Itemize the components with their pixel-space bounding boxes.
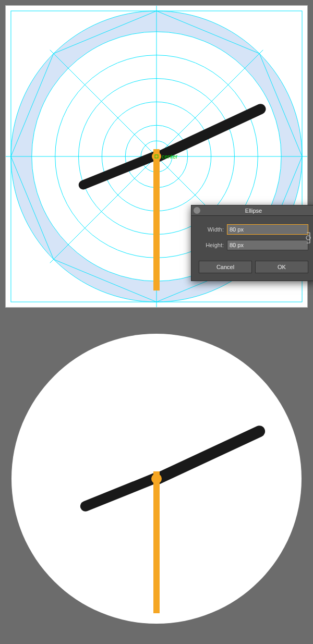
result-center-hub <box>151 473 162 484</box>
height-label: Height: <box>199 242 224 248</box>
result-preview <box>11 334 302 624</box>
dialog-title-text: Ellipse <box>245 208 262 214</box>
center-label: center <box>162 153 178 160</box>
result-second-hand <box>153 471 160 613</box>
constrain-proportions-icon[interactable] <box>304 230 312 245</box>
second-hand <box>153 149 160 290</box>
height-input[interactable] <box>227 240 308 250</box>
close-icon[interactable] <box>194 207 200 214</box>
dialog-body: Width: Height: <box>191 216 313 261</box>
artboard-panel: center Ellipse Width: Height: Cancel <box>5 5 308 308</box>
cancel-button[interactable]: Cancel <box>199 261 252 273</box>
dialog-titlebar[interactable]: Ellipse <box>191 205 313 216</box>
width-label: Width: <box>199 226 224 233</box>
center-hub <box>152 152 161 161</box>
width-input[interactable] <box>227 224 308 235</box>
ellipse-dialog[interactable]: Ellipse Width: Height: Cancel OK <box>191 205 313 281</box>
ok-button[interactable]: OK <box>255 261 308 273</box>
